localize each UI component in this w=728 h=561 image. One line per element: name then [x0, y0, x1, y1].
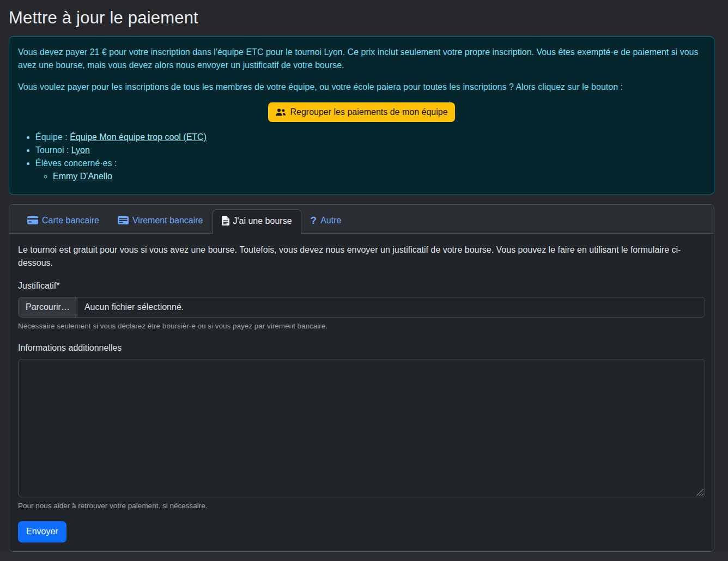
payment-method-card: Carte bancaire Virement bancaire — [9, 204, 714, 552]
submit-button[interactable]: Envoyer — [18, 521, 66, 542]
alert-paragraph-team-payment: Vous voulez payer pour les inscriptions … — [18, 81, 705, 94]
registration-details-list: Équipe : Équipe Mon équipe trop cool (ET… — [18, 131, 705, 183]
tab-jai-une-bourse[interactable]: J'ai une bourse — [213, 209, 301, 234]
team-link[interactable]: Équipe Mon équipe trop cool (ETC) — [70, 132, 207, 142]
additional-info-textarea[interactable] — [18, 359, 705, 497]
credit-card-icon — [27, 216, 38, 224]
justificatif-file-input[interactable]: Parcourir… Aucun fichier sélectionné. — [18, 297, 705, 318]
bourse-tab-panel: Le tournoi est gratuit pour vous si vous… — [9, 234, 714, 551]
bank-transfer-icon — [118, 216, 129, 224]
students-label: Élèves concerné·es : — [35, 158, 117, 168]
page-title: Mettre à jour le paiement — [9, 5, 714, 31]
page-bottom-strip — [0, 552, 728, 561]
tournament-link[interactable]: Lyon — [71, 145, 90, 155]
student-link[interactable]: Emmy D'Anello — [53, 172, 112, 181]
additional-info-help-text: Pour nous aider à retrouver votre paieme… — [18, 501, 705, 511]
tab-label: J'ai une bourse — [233, 215, 292, 228]
group-payments-button[interactable]: Regrouper les paiements de mon équipe — [268, 102, 454, 122]
tab-label: Autre — [320, 214, 341, 227]
list-item-team: Équipe : Équipe Mon équipe trop cool (ET… — [35, 131, 705, 144]
bourse-intro-text: Le tournoi est gratuit pour vous si vous… — [18, 243, 705, 270]
list-item-students: Élèves concerné·es : Emmy D'Anello — [35, 157, 705, 183]
group-button-row: Regrouper les paiements de mon équipe — [18, 102, 705, 122]
tab-autre[interactable]: ? Autre — [301, 209, 351, 233]
file-input-filename: Aucun fichier sélectionné. — [77, 297, 191, 317]
list-item-tournament: Tournoi : Lyon — [35, 144, 705, 157]
payment-tabs-header: Carte bancaire Virement bancaire — [9, 205, 714, 234]
question-mark-icon: ? — [311, 215, 317, 225]
team-label: Équipe : — [35, 132, 70, 142]
students-sublist: Emmy D'Anello — [35, 170, 705, 183]
tab-carte-bancaire[interactable]: Carte bancaire — [18, 209, 108, 233]
tab-virement-bancaire[interactable]: Virement bancaire — [108, 209, 213, 233]
additional-info-wrap — [18, 359, 705, 497]
list-item-student: Emmy D'Anello — [53, 170, 705, 183]
tab-label: Virement bancaire — [132, 214, 203, 227]
alert-paragraph-price: Vous devez payer 21 € pour votre inscrip… — [18, 46, 705, 72]
tournament-label: Tournoi : — [35, 145, 71, 155]
browse-button[interactable]: Parcourir… — [19, 297, 77, 317]
justificatif-help-text: Nécessaire seulement si vous déclarez êt… — [18, 321, 705, 332]
justificatif-label: Justificatif* — [18, 279, 705, 292]
group-payments-button-label: Regrouper les paiements de mon équipe — [290, 106, 447, 118]
payment-tabs: Carte bancaire Virement bancaire — [18, 209, 705, 233]
users-icon — [275, 108, 286, 117]
file-text-icon — [222, 216, 229, 225]
submit-row: Envoyer — [18, 521, 705, 542]
payment-info-alert: Vous devez payer 21 € pour votre inscrip… — [9, 36, 714, 194]
additional-info-label: Informations additionnelles — [18, 342, 705, 355]
payment-page: Mettre à jour le paiement Vous devez pay… — [9, 5, 714, 552]
tab-label: Carte bancaire — [42, 214, 99, 227]
